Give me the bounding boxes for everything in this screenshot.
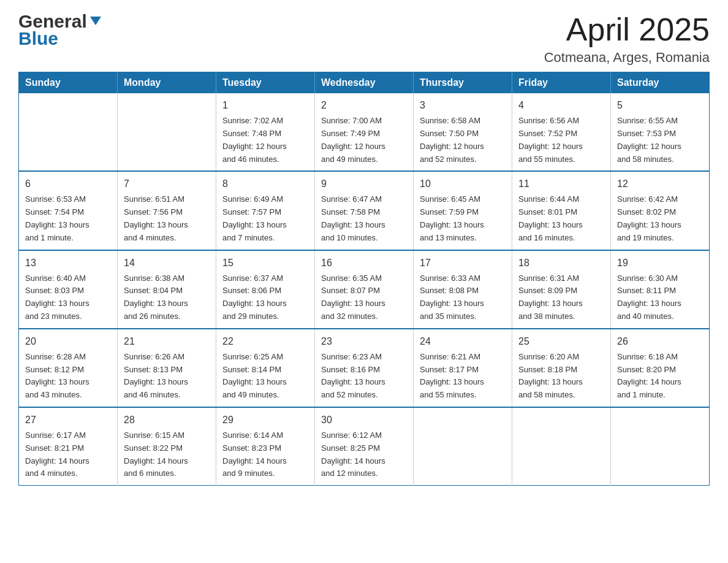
calendar-day-cell: 4Sunrise: 6:56 AM Sunset: 7:52 PM Daylig…: [512, 93, 611, 171]
day-info: Sunrise: 7:02 AM Sunset: 7:48 PM Dayligh…: [222, 115, 308, 166]
calendar-day-cell: 21Sunrise: 6:26 AM Sunset: 8:13 PM Dayli…: [118, 329, 216, 407]
calendar-day-cell: [19, 93, 118, 171]
calendar-day-cell: [414, 407, 512, 486]
day-number: 6: [25, 177, 111, 191]
day-info: Sunrise: 6:30 AM Sunset: 8:11 PM Dayligh…: [617, 272, 703, 323]
day-number: 20: [25, 334, 111, 349]
day-info: Sunrise: 6:45 AM Sunset: 7:59 PM Dayligh…: [420, 193, 506, 244]
calendar-day-cell: 23Sunrise: 6:23 AM Sunset: 8:16 PM Dayli…: [315, 329, 414, 407]
logo-blue-text: Blue: [18, 29, 102, 48]
day-number: 30: [321, 413, 407, 427]
calendar-day-cell: 12Sunrise: 6:42 AM Sunset: 8:02 PM Dayli…: [611, 171, 710, 250]
day-info: Sunrise: 6:18 AM Sunset: 8:20 PM Dayligh…: [617, 351, 703, 402]
calendar-day-cell: 27Sunrise: 6:17 AM Sunset: 8:21 PM Dayli…: [19, 407, 118, 486]
day-number: 22: [222, 334, 308, 349]
calendar-day-cell: 20Sunrise: 6:28 AM Sunset: 8:12 PM Dayli…: [19, 329, 118, 407]
calendar-day-cell: 22Sunrise: 6:25 AM Sunset: 8:14 PM Dayli…: [216, 329, 315, 407]
calendar-day-cell: 10Sunrise: 6:45 AM Sunset: 7:59 PM Dayli…: [414, 171, 512, 250]
calendar-day-cell: 19Sunrise: 6:30 AM Sunset: 8:11 PM Dayli…: [611, 250, 710, 329]
logo: General Blue: [18, 12, 102, 48]
calendar-day-cell: [118, 93, 216, 171]
calendar-day-cell: 29Sunrise: 6:14 AM Sunset: 8:23 PM Dayli…: [216, 407, 315, 486]
day-number: 4: [518, 98, 604, 113]
calendar-header-cell: Thursday: [414, 72, 512, 94]
calendar-day-cell: 3Sunrise: 6:58 AM Sunset: 7:50 PM Daylig…: [414, 93, 512, 171]
day-number: 9: [321, 177, 407, 191]
day-info: Sunrise: 6:17 AM Sunset: 8:21 PM Dayligh…: [25, 429, 111, 480]
day-number: 5: [617, 98, 703, 113]
day-info: Sunrise: 6:47 AM Sunset: 7:58 PM Dayligh…: [321, 193, 407, 244]
calendar-header: SundayMondayTuesdayWednesdayThursdayFrid…: [19, 72, 710, 94]
day-info: Sunrise: 6:55 AM Sunset: 7:53 PM Dayligh…: [617, 115, 703, 166]
calendar-body: 1Sunrise: 7:02 AM Sunset: 7:48 PM Daylig…: [19, 93, 710, 485]
calendar-day-cell: 7Sunrise: 6:51 AM Sunset: 7:56 PM Daylig…: [118, 171, 216, 250]
calendar-header-cell: Friday: [512, 72, 611, 94]
svg-marker-0: [90, 17, 101, 25]
day-info: Sunrise: 6:25 AM Sunset: 8:14 PM Dayligh…: [222, 351, 308, 402]
day-number: 26: [617, 334, 703, 349]
calendar-day-cell: 26Sunrise: 6:18 AM Sunset: 8:20 PM Dayli…: [611, 329, 710, 407]
day-number: 25: [518, 334, 604, 349]
calendar-day-cell: 17Sunrise: 6:33 AM Sunset: 8:08 PM Dayli…: [414, 250, 512, 329]
calendar-day-cell: 8Sunrise: 6:49 AM Sunset: 7:57 PM Daylig…: [216, 171, 315, 250]
day-number: 3: [420, 98, 506, 113]
day-info: Sunrise: 6:58 AM Sunset: 7:50 PM Dayligh…: [420, 115, 506, 166]
calendar-day-cell: 6Sunrise: 6:53 AM Sunset: 7:54 PM Daylig…: [19, 171, 118, 250]
day-info: Sunrise: 6:38 AM Sunset: 8:04 PM Dayligh…: [124, 272, 210, 323]
calendar-header-cell: Tuesday: [216, 72, 315, 94]
day-info: Sunrise: 6:44 AM Sunset: 8:01 PM Dayligh…: [518, 193, 604, 244]
day-info: Sunrise: 6:31 AM Sunset: 8:09 PM Dayligh…: [518, 272, 604, 323]
day-number: 2: [321, 98, 407, 113]
day-info: Sunrise: 6:51 AM Sunset: 7:56 PM Dayligh…: [124, 193, 210, 244]
calendar-day-cell: 13Sunrise: 6:40 AM Sunset: 8:03 PM Dayli…: [19, 250, 118, 329]
day-info: Sunrise: 6:42 AM Sunset: 8:02 PM Dayligh…: [617, 193, 703, 244]
calendar-header-cell: Monday: [118, 72, 216, 94]
calendar-day-cell: 30Sunrise: 6:12 AM Sunset: 8:25 PM Dayli…: [315, 407, 414, 486]
day-number: 15: [222, 256, 308, 270]
calendar-day-cell: 14Sunrise: 6:38 AM Sunset: 8:04 PM Dayli…: [118, 250, 216, 329]
day-number: 1: [222, 98, 308, 113]
day-number: 19: [617, 256, 703, 270]
day-info: Sunrise: 6:23 AM Sunset: 8:16 PM Dayligh…: [321, 351, 407, 402]
calendar-day-cell: 16Sunrise: 6:35 AM Sunset: 8:07 PM Dayli…: [315, 250, 414, 329]
calendar-day-cell: 1Sunrise: 7:02 AM Sunset: 7:48 PM Daylig…: [216, 93, 315, 171]
day-info: Sunrise: 6:40 AM Sunset: 8:03 PM Dayligh…: [25, 272, 111, 323]
calendar-header-cell: Sunday: [19, 72, 118, 94]
page-subtitle: Cotmeana, Arges, Romania: [544, 50, 710, 66]
calendar-day-cell: 18Sunrise: 6:31 AM Sunset: 8:09 PM Dayli…: [512, 250, 611, 329]
calendar-day-cell: 2Sunrise: 7:00 AM Sunset: 7:49 PM Daylig…: [315, 93, 414, 171]
calendar-table: SundayMondayTuesdayWednesdayThursdayFrid…: [18, 72, 710, 486]
calendar-day-cell: 24Sunrise: 6:21 AM Sunset: 8:17 PM Dayli…: [414, 329, 512, 407]
day-info: Sunrise: 6:21 AM Sunset: 8:17 PM Dayligh…: [420, 351, 506, 402]
title-block: April 2025 Cotmeana, Arges, Romania: [544, 12, 710, 66]
calendar-day-cell: 15Sunrise: 6:37 AM Sunset: 8:06 PM Dayli…: [216, 250, 315, 329]
day-info: Sunrise: 6:37 AM Sunset: 8:06 PM Dayligh…: [222, 272, 308, 323]
day-info: Sunrise: 6:35 AM Sunset: 8:07 PM Dayligh…: [321, 272, 407, 323]
day-number: 8: [222, 177, 308, 191]
day-number: 12: [617, 177, 703, 191]
day-number: 7: [124, 177, 210, 191]
calendar-day-cell: 5Sunrise: 6:55 AM Sunset: 7:53 PM Daylig…: [611, 93, 710, 171]
calendar-day-cell: 9Sunrise: 6:47 AM Sunset: 7:58 PM Daylig…: [315, 171, 414, 250]
day-info: Sunrise: 6:14 AM Sunset: 8:23 PM Dayligh…: [222, 429, 308, 480]
calendar-day-cell: 11Sunrise: 6:44 AM Sunset: 8:01 PM Dayli…: [512, 171, 611, 250]
day-number: 24: [420, 334, 506, 349]
day-info: Sunrise: 6:20 AM Sunset: 8:18 PM Dayligh…: [518, 351, 604, 402]
day-number: 28: [124, 413, 210, 427]
page-title: April 2025: [544, 12, 710, 47]
calendar-week-row: 27Sunrise: 6:17 AM Sunset: 8:21 PM Dayli…: [19, 407, 710, 486]
day-number: 23: [321, 334, 407, 349]
calendar-day-cell: 28Sunrise: 6:15 AM Sunset: 8:22 PM Dayli…: [118, 407, 216, 486]
calendar-week-row: 20Sunrise: 6:28 AM Sunset: 8:12 PM Dayli…: [19, 329, 710, 407]
day-number: 29: [222, 413, 308, 427]
day-number: 16: [321, 256, 407, 270]
calendar-day-cell: [611, 407, 710, 486]
day-info: Sunrise: 6:15 AM Sunset: 8:22 PM Dayligh…: [124, 429, 210, 480]
page-header: General Blue April 2025 Cotmeana, Arges,…: [18, 12, 710, 66]
day-info: Sunrise: 6:28 AM Sunset: 8:12 PM Dayligh…: [25, 351, 111, 402]
day-info: Sunrise: 6:49 AM Sunset: 7:57 PM Dayligh…: [222, 193, 308, 244]
calendar-week-row: 6Sunrise: 6:53 AM Sunset: 7:54 PM Daylig…: [19, 171, 710, 250]
calendar-header-cell: Saturday: [611, 72, 710, 94]
day-number: 21: [124, 334, 210, 349]
day-info: Sunrise: 6:12 AM Sunset: 8:25 PM Dayligh…: [321, 429, 407, 480]
